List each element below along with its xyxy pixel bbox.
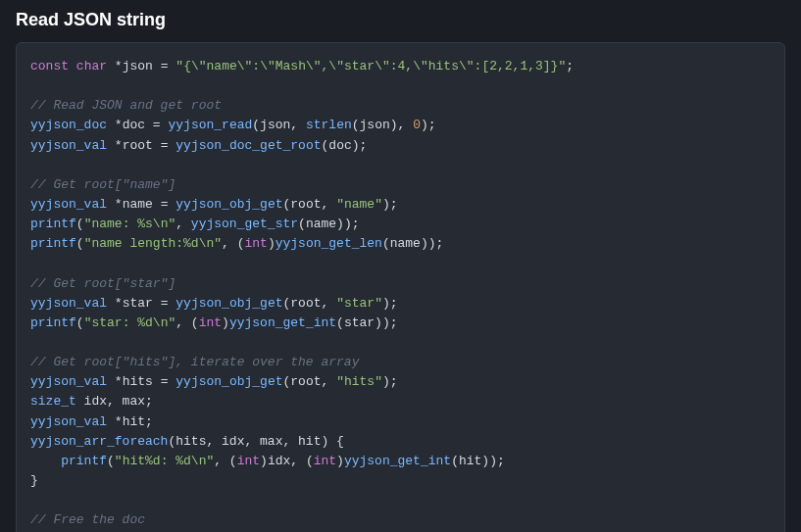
code-line: // Free the doc xyxy=(30,512,145,527)
code-line: // Read JSON and get root xyxy=(30,98,222,113)
code-line: yyjson_doc *doc = yyjson_read(json, strl… xyxy=(30,118,436,132)
code-line: size_t idx, max; xyxy=(30,394,153,409)
section-container: Read JSON string const char *json = "{\"… xyxy=(0,0,801,532)
section-heading: Read JSON string xyxy=(16,10,785,30)
code-line: const char *json = "{\"name\":\"Mash\",\… xyxy=(30,59,574,73)
code-line: // Get root["hits"], iterate over the ar… xyxy=(30,355,359,369)
code-line: printf("name: %s\n", yyjson_get_str(name… xyxy=(30,217,360,231)
code-line: yyjson_val *name = yyjson_obj_get(root, … xyxy=(30,197,398,212)
code-line: yyjson_val *hit; xyxy=(30,414,153,429)
code-line: // Get root["name"] xyxy=(30,177,175,192)
code-line: printf("name length:%d\n", (int)yyjson_g… xyxy=(30,236,443,251)
code-line: yyjson_val *star = yyjson_obj_get(root, … xyxy=(30,296,398,311)
code-line: yyjson_arr_foreach(hits, idx, max, hit) … xyxy=(30,434,344,449)
code-block: const char *json = "{\"name\":\"Mash\",\… xyxy=(16,42,785,532)
code-line: } xyxy=(30,473,38,488)
code-line: printf("star: %d\n", (int)yyjson_get_int… xyxy=(30,315,398,330)
code-line: yyjson_val *hits = yyjson_obj_get(root, … xyxy=(30,374,398,389)
code-line: yyjson_val *root = yyjson_doc_get_root(d… xyxy=(30,138,367,153)
code-line: // Get root["star"] xyxy=(30,276,175,291)
code-line: printf("hit%d: %d\n", (int)idx, (int)yyj… xyxy=(30,454,505,468)
